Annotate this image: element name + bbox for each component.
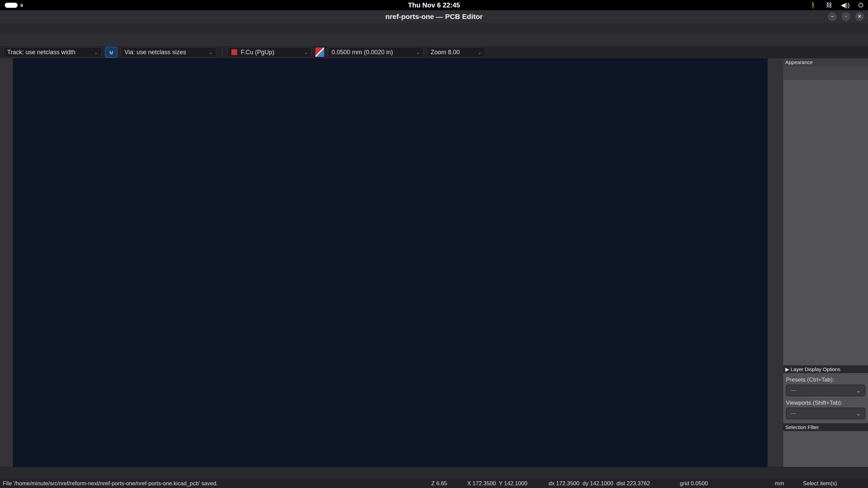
close-button[interactable]: ✕: [855, 12, 864, 21]
track-width-select[interactable]: Track: use netclass width⌄: [3, 47, 102, 57]
presets-label: Presets (Ctrl+Tab):: [783, 373, 868, 385]
zoom-select[interactable]: Zoom 8.00⌄: [427, 47, 485, 57]
layer-color-swatch: [231, 49, 237, 55]
chevron-down-icon: ⌄: [856, 387, 861, 394]
minimize-button[interactable]: –: [828, 12, 837, 21]
right-toolbar: [768, 58, 783, 467]
action-hint: Select item(s): [803, 479, 837, 488]
presets-select[interactable]: ---⌄: [786, 385, 865, 396]
via-size-select[interactable]: Via: use netclass sizes⌄: [121, 47, 216, 57]
appearance-tabs: [783, 66, 868, 80]
network-icon[interactable]: ⛓: [826, 2, 832, 9]
grid-select[interactable]: 0.0500 mm (0.0020 in)⌄: [328, 47, 423, 57]
chevron-down-icon: ⌄: [416, 50, 420, 55]
viewports-label: Viewports (Shift+Tab):: [783, 396, 868, 408]
cursor-readout: X 172.3500 Y 142.1000: [467, 479, 527, 488]
chevron-down-icon: ⌄: [478, 50, 481, 55]
secondary-toolbar: Track: use netclass width⌄ ⊌ Via: use ne…: [0, 46, 868, 58]
appearance-panel: Appearance ▶ Layer Display Options Prese…: [783, 58, 868, 467]
active-layer-select[interactable]: F.Cu (PgUp) ⌄: [228, 47, 312, 57]
appearance-title: Appearance: [783, 58, 868, 66]
layer-display-options-header[interactable]: ▶ Layer Display Options: [783, 365, 868, 373]
viewports-select[interactable]: ---⌄: [786, 408, 865, 419]
auto-track-width-toggle[interactable]: ⊌: [105, 47, 117, 58]
window-title: nref-ports-one — PCB Editor: [0, 10, 868, 23]
system-clock: Thu Nov 6 22:45: [0, 0, 868, 10]
status-line: File '/home/minute/src/nref/reform-next/…: [0, 479, 868, 488]
system-top-bar: Thu Nov 6 22:45 🚶 ⛓ ◀)) ⏻: [0, 0, 868, 10]
pcb-drawing: [13, 58, 768, 467]
power-icon[interactable]: ⏻: [859, 2, 863, 9]
file-saved-message: File '/home/minute/src/nref/reform-next/…: [3, 479, 218, 488]
maximize-button[interactable]: ▫: [842, 12, 850, 21]
layer-pair-indicator[interactable]: [315, 47, 324, 57]
delta-readout: dx 172.3500 dy 142.1000 dist 223.3762: [549, 479, 650, 488]
selection-filter-header: Selection Filter: [783, 423, 868, 431]
volume-icon[interactable]: ◀)): [841, 1, 850, 9]
menubar: [0, 23, 868, 34]
kicad-pcb-editor-window: { "system_bar": { "clock": "Thu Nov 6 22…: [0, 0, 868, 488]
zoom-readout: Z 6.65: [431, 479, 447, 488]
grid-readout: grid 0.0500: [680, 479, 708, 488]
chevron-down-icon: ⌄: [304, 50, 308, 55]
titlebar[interactable]: nref-ports-one — PCB Editor – ▫ ✕: [0, 10, 868, 23]
main-toolbar: [0, 34, 868, 46]
expand-arrow-icon: ▶: [785, 366, 791, 372]
units-readout: mm: [775, 479, 784, 488]
accessibility-icon[interactable]: 🚶: [809, 1, 817, 9]
pcb-canvas[interactable]: [13, 58, 768, 467]
stats-bar: [0, 467, 868, 479]
left-toolbar: [0, 58, 13, 467]
chevron-down-icon: ⌄: [209, 50, 213, 55]
selection-filter: [783, 431, 868, 434]
chevron-down-icon: ⌄: [94, 50, 98, 55]
chevron-down-icon: ⌄: [856, 410, 861, 417]
